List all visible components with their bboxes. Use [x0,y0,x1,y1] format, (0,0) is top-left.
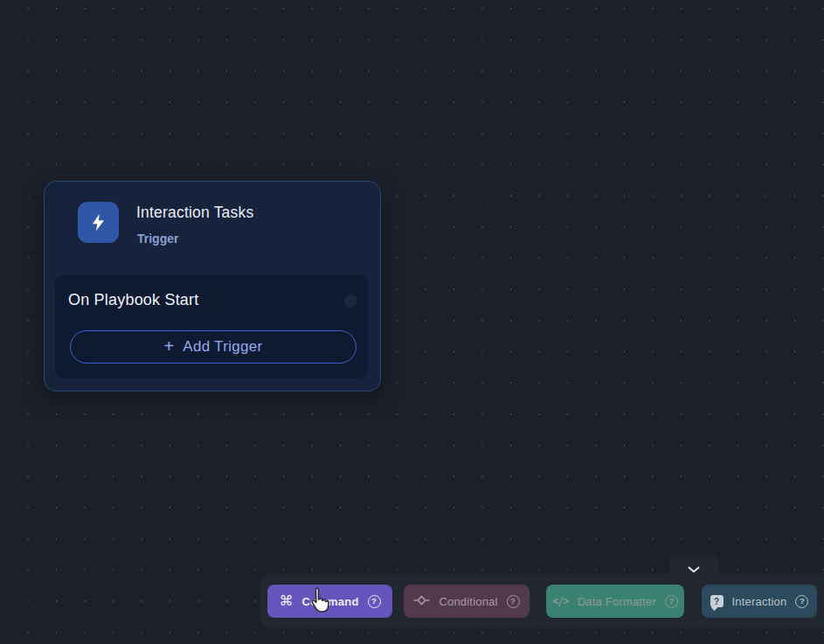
command-block-button[interactable]: ⌘ Command ? [267,585,392,618]
trigger-row-label: On Playbook Start [68,291,198,309]
help-icon[interactable]: ? [507,595,520,608]
block-toolbar: ⌘ Command ? Conditional ? </> Data Forma… [260,574,824,628]
interaction-block-button[interactable]: ? Interaction ? [702,585,817,618]
lightning-bolt-icon [78,202,119,243]
decision-diamond-icon [413,594,430,609]
data-formatter-button-label: Data Formatter [578,595,656,608]
command-button-label: Command [302,595,359,608]
question-bubble-icon: ? [710,595,724,607]
trigger-node-card[interactable]: Interaction Tasks Trigger On Playbook St… [44,181,381,391]
help-icon[interactable]: ? [795,595,808,608]
help-icon[interactable]: ? [665,595,678,608]
conditional-button-label: Conditional [439,595,497,608]
node-subtitle: Trigger [137,232,178,246]
playbook-canvas[interactable]: Interaction Tasks Trigger On Playbook St… [0,0,824,644]
data-formatter-block-button[interactable]: </> Data Formatter ? [546,585,684,618]
command-symbol-icon: ⌘ [279,594,293,608]
interaction-button-label: Interaction [732,595,787,608]
connection-port[interactable] [344,294,357,308]
plus-icon: + [164,337,175,355]
node-title: Interaction Tasks [136,204,253,222]
add-trigger-label: Add Trigger [183,338,262,356]
add-trigger-button[interactable]: + Add Trigger [70,330,357,364]
help-icon[interactable]: ? [368,595,381,608]
trigger-panel: On Playbook Start + Add Trigger [55,274,368,378]
code-brackets-icon: </> [552,595,569,607]
trigger-row[interactable]: On Playbook Start [55,274,368,320]
conditional-block-button[interactable]: Conditional ? [404,585,530,618]
